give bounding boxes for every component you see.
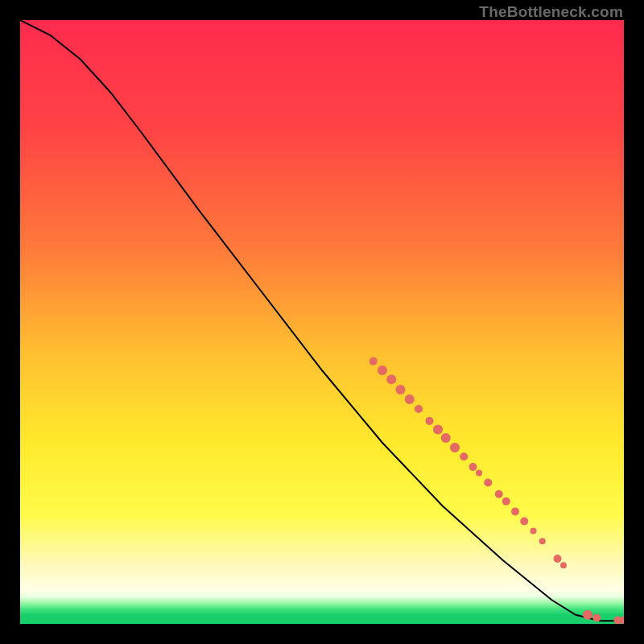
chart-marker <box>583 610 592 620</box>
chart-marker <box>460 452 468 460</box>
chart-marker <box>520 518 528 526</box>
chart-marker <box>415 405 423 413</box>
chart-marker <box>426 417 434 425</box>
chart-marker <box>433 425 443 435</box>
chart-marker <box>511 508 519 516</box>
chart-marker <box>441 433 451 443</box>
chart-marker <box>386 374 396 384</box>
chart-marker <box>396 385 406 394</box>
chart-marker <box>539 538 546 544</box>
chart-marker <box>369 357 378 365</box>
chart-container: TheBottleneck.com <box>0 0 644 644</box>
chart-marker <box>405 394 415 404</box>
chart-marker <box>530 528 537 535</box>
chart-marker <box>592 614 601 622</box>
chart-marker <box>495 490 503 498</box>
chart-marker <box>450 443 460 452</box>
chart-marker <box>484 479 492 487</box>
bottleneck-chart <box>20 20 624 624</box>
chart-marker <box>378 365 387 375</box>
chart-marker <box>469 463 477 471</box>
attribution-label: TheBottleneck.com <box>479 3 623 21</box>
chart-marker <box>476 470 482 477</box>
chart-marker <box>554 555 562 563</box>
chart-marker <box>502 497 510 506</box>
chart-marker <box>560 562 567 568</box>
